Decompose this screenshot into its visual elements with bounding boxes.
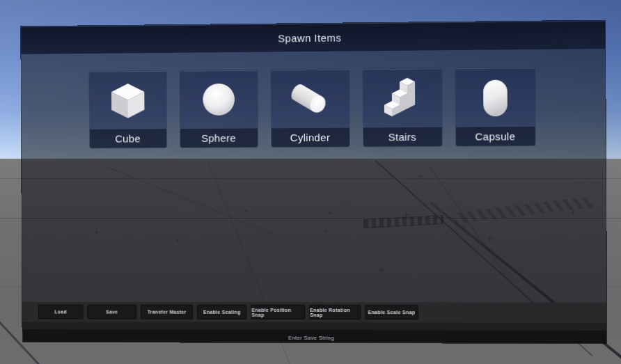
save-string-input[interactable] bbox=[23, 331, 607, 345]
spawn-item-capsule[interactable]: Capsule bbox=[455, 68, 535, 146]
load-button[interactable]: Load bbox=[38, 305, 84, 319]
spawn-item-cube[interactable]: Cube bbox=[89, 71, 166, 148]
spawn-panel: Spawn Items Cube bbox=[20, 20, 607, 345]
spawn-item-cylinder[interactable]: Cylinder bbox=[271, 70, 349, 148]
panel-body-spacer bbox=[22, 145, 606, 303]
spawn-item-label: Capsule bbox=[455, 127, 535, 146]
spawn-item-label: Sphere bbox=[180, 128, 257, 148]
bottom-toolbar: Load Save Transfer Master Enable Scaling… bbox=[22, 302, 606, 323]
transfer-master-button[interactable]: Transfer Master bbox=[141, 305, 193, 319]
sphere-icon bbox=[180, 71, 258, 129]
spawn-item-label: Cube bbox=[89, 129, 166, 148]
panel-titlebar: Spawn Items bbox=[21, 21, 605, 54]
save-button[interactable]: Save bbox=[87, 305, 136, 319]
panel-title: Spawn Items bbox=[278, 32, 341, 45]
enable-scale-snap-button[interactable]: Enable Scale Snap bbox=[365, 305, 418, 319]
viewport: Spawn Items Cube bbox=[0, 0, 621, 364]
spawn-item-stairs[interactable]: Stairs bbox=[363, 68, 441, 146]
save-string-row bbox=[22, 329, 606, 343]
spawn-item-sphere[interactable]: Sphere bbox=[180, 70, 258, 148]
enable-position-snap-button[interactable]: Enable Position Snap bbox=[251, 305, 305, 319]
cylinder-icon bbox=[271, 70, 349, 129]
enable-rotation-snap-button[interactable]: Enable Rotation Snap bbox=[309, 305, 361, 319]
cube-icon bbox=[89, 72, 166, 129]
spawn-item-label: Stairs bbox=[363, 127, 441, 147]
spawn-item-label: Cylinder bbox=[271, 128, 349, 148]
capsule-icon bbox=[455, 68, 535, 127]
enable-scaling-button[interactable]: Enable Scaling bbox=[197, 305, 247, 319]
stairs-icon bbox=[363, 69, 441, 127]
spawn-items-row: Cube Sphere bbox=[22, 67, 606, 148]
